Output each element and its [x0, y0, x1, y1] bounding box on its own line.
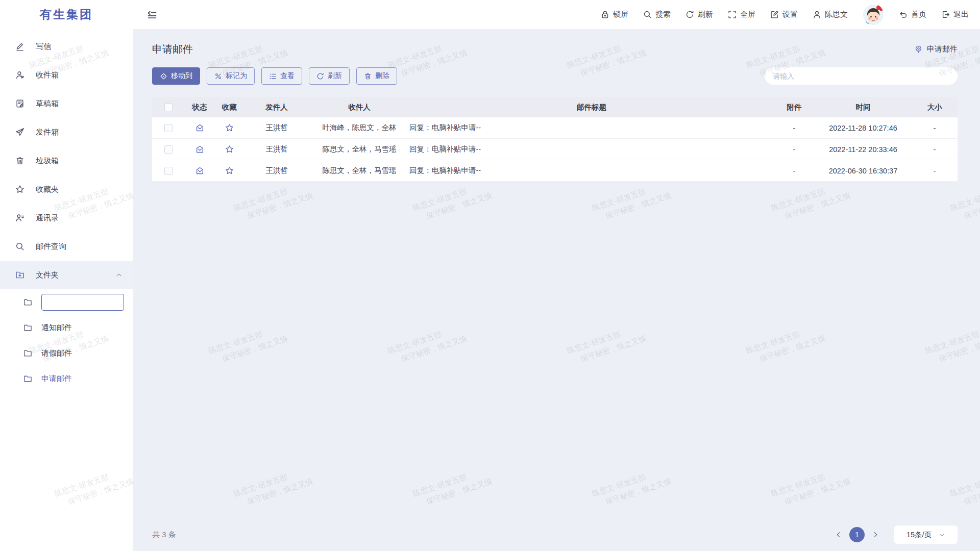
cell-subject: 回复：电脑补贴申请--	[409, 123, 774, 133]
sidebar-item-favorites[interactable]: 收藏夹	[0, 175, 133, 204]
topbar: 锁屏 搜索 刷新 全屏 设置	[133, 0, 980, 29]
header-sender: 发件人	[244, 103, 309, 112]
refresh-list-button[interactable]: 刷新	[309, 67, 350, 85]
mark-as-button[interactable]: 标记为	[207, 67, 255, 85]
sidebar-item-label: 收件箱	[36, 70, 59, 80]
cell-sender: 王洪哲	[244, 166, 309, 176]
sidebar-item-label: 通讯录	[36, 213, 59, 223]
folder-label: 通知邮件	[41, 323, 72, 333]
sidebar-item-label: 收藏夹	[36, 185, 59, 194]
sidebar-folder-notice[interactable]: 通知邮件	[0, 315, 133, 340]
breadcrumb-label: 申请邮件	[927, 44, 958, 54]
mail-search-input[interactable]	[773, 72, 949, 80]
star-icon	[15, 185, 24, 194]
cell-size: -	[912, 145, 958, 154]
tag-percent-icon	[214, 72, 222, 80]
move-to-button[interactable]: 移动到	[152, 67, 200, 85]
breadcrumb[interactable]: 申请邮件	[914, 44, 958, 54]
mail-table: 状态 收藏 发件人 收件人 邮件标题 附件 时间 大小 王洪哲 叶海峰，陈思文，…	[152, 97, 958, 182]
fullscreen-icon	[728, 10, 737, 19]
avatar[interactable]	[863, 4, 884, 26]
sidebar-item-sent[interactable]: 发件箱	[0, 118, 133, 146]
folder-label: 请假邮件	[41, 348, 72, 358]
page-number[interactable]: 1	[849, 527, 865, 542]
current-user-button[interactable]: 陈思文	[813, 10, 848, 19]
cell-time: 2022-11-28 10:27:46	[815, 124, 912, 132]
pagination: 1 15条/页	[835, 525, 958, 544]
lock-screen-button[interactable]: 锁屏	[601, 10, 628, 19]
sidebar-folder-leave[interactable]: 请假邮件	[0, 340, 133, 366]
select-all-checkbox[interactable]	[164, 103, 173, 111]
table-header: 状态 收藏 发件人 收件人 邮件标题 附件 时间 大小	[152, 97, 958, 117]
contacts-icon	[15, 213, 24, 222]
edit-square-icon	[770, 10, 779, 19]
undo-arrow-icon	[899, 10, 908, 19]
row-checkbox[interactable]	[164, 145, 173, 154]
new-folder-row	[0, 289, 133, 315]
cell-size: -	[912, 167, 958, 175]
app-logo: 有生集团	[0, 0, 133, 29]
sidebar-folder-apply[interactable]: 申请邮件	[0, 366, 133, 391]
trash-icon	[364, 72, 372, 80]
logout-button[interactable]: 退出	[941, 10, 969, 19]
sidebar-item-mail-search[interactable]: 邮件查询	[0, 232, 133, 261]
search-icon	[15, 242, 24, 251]
folder-label: 申请邮件	[41, 374, 72, 384]
cell-subject: 回复：电脑补贴申请--	[409, 166, 774, 176]
delete-button[interactable]: 删除	[356, 67, 397, 85]
new-folder-input[interactable]	[41, 294, 124, 311]
logout-icon	[941, 10, 950, 19]
person-icon	[813, 10, 821, 19]
total-count: 共 3 条	[152, 530, 176, 540]
star-icon[interactable]	[225, 145, 234, 154]
sidebar-item-label: 发件箱	[36, 128, 59, 137]
cell-attachment: -	[774, 145, 815, 154]
row-checkbox[interactable]	[164, 167, 173, 175]
move-icon	[160, 72, 167, 80]
home-button[interactable]: 首页	[899, 10, 926, 19]
sidebar-item-drafts[interactable]: 草稿箱	[0, 89, 133, 118]
global-search-button[interactable]: 搜索	[643, 10, 671, 19]
mail-open-icon	[195, 166, 204, 175]
table-row[interactable]: 王洪哲 陈思文，全林，马雪瑶 回复：电脑补贴申请-- - 2022-06-30 …	[152, 160, 958, 182]
menu-fold-icon[interactable]	[147, 10, 157, 20]
location-icon	[914, 45, 923, 54]
folder-icon	[23, 323, 32, 332]
sidebar-item-inbox[interactable]: 收件箱	[0, 61, 133, 89]
header-attachment: 附件	[774, 103, 815, 112]
settings-button[interactable]: 设置	[770, 10, 798, 19]
sidebar: 有生集团 写信 收件箱 草稿箱 发件箱	[0, 0, 133, 551]
title-row: 申请邮件 申请邮件	[152, 42, 958, 56]
main-content: 申请邮件 申请邮件 移动到 标记为 查看	[133, 29, 980, 551]
folder-icon	[23, 349, 32, 358]
view-button[interactable]: 查看	[261, 67, 302, 85]
star-icon[interactable]	[225, 166, 234, 175]
sidebar-item-contacts[interactable]: 通讯录	[0, 204, 133, 232]
header-size: 大小	[912, 103, 958, 112]
mail-search-box	[765, 67, 958, 85]
table-row[interactable]: 王洪哲 陈思文，全林，马雪瑶 回复：电脑补贴申请-- - 2022-11-22 …	[152, 139, 958, 160]
cell-recipients: 叶海峰，陈思文，全林	[309, 123, 409, 133]
pencil-icon	[15, 42, 24, 51]
fullscreen-button[interactable]: 全屏	[728, 10, 755, 19]
sidebar-item-compose[interactable]: 写信	[0, 32, 133, 61]
chevron-down-icon	[939, 532, 945, 538]
prev-page-icon[interactable]	[835, 531, 842, 538]
table-row[interactable]: 王洪哲 叶海峰，陈思文，全林 回复：电脑补贴申请-- - 2022-11-28 …	[152, 117, 958, 139]
page-title: 申请邮件	[152, 42, 193, 56]
refresh-button[interactable]: 刷新	[685, 10, 713, 19]
sidebar-item-folders[interactable]: 文件夹	[0, 261, 133, 289]
page-size-select[interactable]: 15条/页	[894, 525, 958, 544]
search-icon	[643, 10, 652, 19]
row-checkbox[interactable]	[164, 124, 173, 132]
sidebar-item-label: 写信	[36, 42, 51, 52]
subfolder-list: 通知邮件 请假邮件 申请邮件	[0, 289, 133, 391]
next-page-icon[interactable]	[872, 531, 879, 538]
refresh-icon	[316, 72, 324, 80]
sidebar-item-junk[interactable]: 垃圾箱	[0, 146, 133, 175]
chevron-up-icon[interactable]	[115, 271, 122, 279]
sidebar-item-label: 邮件查询	[36, 242, 66, 252]
star-icon[interactable]	[225, 123, 234, 132]
cell-time: 2022-11-22 20:33:46	[815, 145, 912, 154]
list-footer: 共 3 条 1 15条/页	[152, 518, 958, 551]
